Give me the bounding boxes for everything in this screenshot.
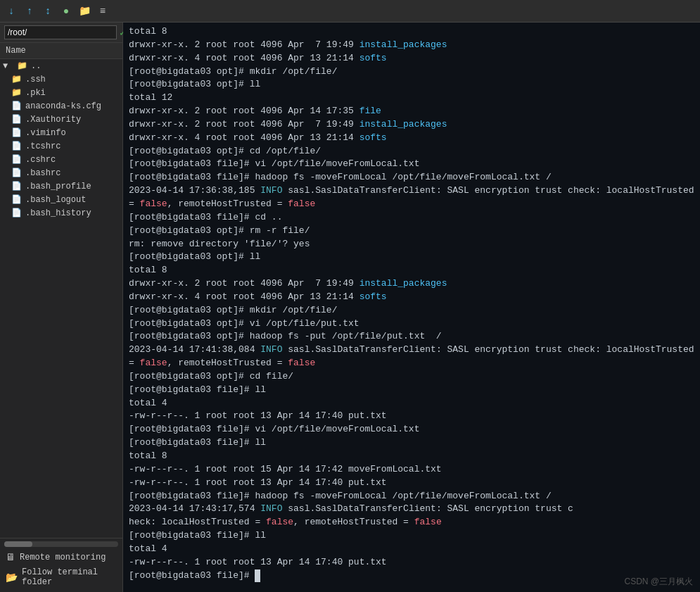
terminal-line: total 4: [129, 397, 694, 410]
terminal-line: drwxr-xr-x. 4 root root 4096 Apr 13 21:1…: [129, 291, 694, 304]
follow-terminal-label: Follow terminal folder: [22, 567, 117, 587]
sidebar-bottom: 🖥 Remote monitoring 📂 Follow terminal fo…: [0, 538, 122, 592]
tree-item-bash-profile[interactable]: 📄 .bash_profile: [0, 180, 122, 193]
main-area: ✓ Name ▼ 📁 .. 📁 .ssh 📁 .pki 📄 anaconda-k…: [0, 23, 700, 592]
terminal-line: [root@bigdata03 opt]# mkdir /opt/file/: [129, 304, 694, 317]
terminal-line: [root@bigdata03 opt]# mkdir /opt/file/: [129, 65, 694, 79]
file-icon: 📄: [11, 208, 23, 218]
terminal-line: drwxr-xr-x. 4 root root 4096 Apr 13 21:1…: [129, 132, 694, 145]
file-browser-sidebar: ✓ Name ▼ 📁 .. 📁 .ssh 📁 .pki 📄 anaconda-k…: [0, 23, 123, 592]
tree-label: .tcshrc: [25, 141, 61, 151]
tree-item-bash-history[interactable]: 📄 .bash_history: [0, 206, 122, 220]
file-icon: 📄: [11, 168, 23, 178]
terminal-line: drwxr-xr-x. 2 root root 4096 Apr 7 19:49…: [129, 277, 694, 291]
terminal-line: [root@bigdata03 file]# ll: [129, 529, 694, 543]
terminal-line: [root@bigdata03 file]# hadoop fs -moveFr…: [129, 490, 694, 503]
toolbar-folder-icon[interactable]: 📁: [77, 4, 91, 18]
follow-terminal-item[interactable]: 📂 Follow terminal folder: [4, 565, 118, 589]
folder-icon: 📁: [11, 87, 23, 98]
toolbar-connect-icon[interactable]: ●: [59, 4, 73, 18]
scrollbar-thumb: [4, 541, 32, 547]
file-icon: 📄: [11, 101, 23, 111]
terminal-line: total 8: [129, 25, 694, 39]
path-input[interactable]: [4, 25, 117, 39]
tree-item-ssh[interactable]: 📁 .ssh: [0, 73, 122, 86]
follow-icon: 📂: [6, 572, 18, 584]
terminal-line: [root@bigdata03 file]# hadoop fs -moveFr…: [129, 171, 694, 184]
folder-icon: 📁: [11, 74, 23, 84]
tree-label: .bash_profile: [25, 182, 91, 191]
terminal-line: 2023-04-14 17:36:38,185 INFO sasl.SaslDa…: [129, 184, 694, 211]
file-tree: ▼ 📁 .. 📁 .ssh 📁 .pki 📄 anaconda-ks.cfg 📄…: [0, 59, 122, 538]
file-icon: 📄: [11, 114, 23, 125]
terminal-line: [root@bigdata03 opt]# rm -r file/: [129, 225, 694, 238]
remote-monitoring-item[interactable]: 🖥 Remote monitoring: [4, 550, 118, 565]
terminal-line: [root@bigdata03 opt]# cd file/: [129, 370, 694, 384]
tree-label: .bashrc: [25, 168, 61, 178]
tree-item-viminfo[interactable]: 📄 .viminfo: [0, 126, 122, 139]
terminal-line: drwxr-xr-x. 2 root root 4096 Apr 7 19:49…: [129, 39, 694, 52]
tree-label: .pki: [25, 88, 46, 98]
tree-label: .cshrc: [25, 155, 56, 165]
terminal-line: [root@bigdata03 file]# vi /opt/file/move…: [129, 158, 694, 171]
terminal[interactable]: total 8 drwxr-xr-x. 2 root root 4096 Apr…: [123, 23, 700, 592]
terminal-line: total 8: [129, 264, 694, 277]
toolbar-upload-icon[interactable]: ↑: [23, 4, 37, 18]
watermark: CSDN @三月枫火: [624, 576, 693, 588]
tree-item-bashrc[interactable]: 📄 .bashrc: [0, 166, 122, 180]
terminal-cursor-line: [root@bigdata03 file]#: [129, 569, 694, 583]
terminal-line: [root@bigdata03 opt]# ll: [129, 251, 694, 264]
terminal-line: total 4: [129, 543, 694, 556]
tree-item-tcshrc[interactable]: 📄 .tcshrc: [0, 139, 122, 153]
tree-label: anaconda-ks.cfg: [25, 101, 101, 111]
terminal-line: rm: remove directory 'file/'? yes: [129, 238, 694, 251]
tree-label: .bash_history: [25, 208, 91, 218]
terminal-line: drwxr-xr-x. 4 root root 4096 Apr 13 21:1…: [129, 52, 694, 65]
tree-item-pki[interactable]: 📁 .pki: [0, 86, 122, 99]
file-icon: 📄: [11, 141, 23, 151]
file-tree-header: Name: [0, 43, 122, 59]
terminal-line: total 8: [129, 450, 694, 463]
toolbar-download-icon[interactable]: ↓: [4, 4, 18, 18]
terminal-line: drwxr-xr-x. 2 root root 4096 Apr 14 17:3…: [129, 105, 694, 118]
terminal-line: 2023-04-14 17:41:38,084 INFO sasl.SaslDa…: [129, 344, 694, 370]
terminal-line: 2023-04-14 17:43:17,574 INFO sasl.SaslDa…: [129, 503, 694, 516]
file-icon: 📄: [11, 127, 23, 138]
terminal-line: [root@bigdata03 file]# vi /opt/file/move…: [129, 423, 694, 436]
terminal-line: -rw-r--r--. 1 root root 13 Apr 14 17:40 …: [129, 477, 694, 490]
tree-item-cshrc[interactable]: 📄 .cshrc: [0, 153, 122, 166]
tree-label: .bash_logout: [25, 195, 86, 205]
terminal-line: -rw-r--r--. 1 root root 13 Apr 14 17:40 …: [129, 556, 694, 569]
tree-label: .viminfo: [25, 128, 66, 138]
terminal-line: total 12: [129, 92, 694, 105]
tree-item-bash-logout[interactable]: 📄 .bash_logout: [0, 193, 122, 206]
terminal-line: [root@bigdata03 file]# cd ..: [129, 211, 694, 225]
tree-label: ..: [31, 61, 41, 71]
tree-item-anaconda[interactable]: 📄 anaconda-ks.cfg: [0, 99, 122, 113]
remote-monitoring-label: Remote monitoring: [20, 553, 106, 562]
monitor-icon: 🖥: [6, 552, 15, 563]
expand-icon: ▼: [3, 61, 14, 71]
terminal-line: -rw-r--r--. 1 root root 15 Apr 14 17:42 …: [129, 463, 694, 477]
folder-icon: 📁: [17, 61, 28, 71]
toolbar: ↓ ↑ ↕ ● 📁 ≡: [0, 0, 700, 23]
tree-label: .ssh: [25, 75, 46, 84]
horizontal-scrollbar[interactable]: [4, 541, 118, 547]
file-icon: 📄: [11, 181, 23, 191]
terminal-line: [root@bigdata03 file]# ll: [129, 436, 694, 450]
terminal-line: [root@bigdata03 opt]# cd /opt/file/: [129, 145, 694, 158]
terminal-line: drwxr-xr-x. 2 root root 4096 Apr 7 19:49…: [129, 118, 694, 132]
file-icon: 📄: [11, 154, 23, 165]
terminal-line: [root@bigdata03 opt]# hadoop fs -put /op…: [129, 330, 694, 344]
terminal-line: [root@bigdata03 file]# ll: [129, 384, 694, 397]
terminal-line: heck: localHostTrusted = false, remoteHo…: [129, 516, 694, 529]
tree-label: .Xauthority: [25, 115, 81, 125]
file-icon: 📄: [11, 194, 23, 205]
terminal-line: -rw-r--r--. 1 root root 13 Apr 14 17:40 …: [129, 410, 694, 423]
terminal-line: [root@bigdata03 opt]# vi /opt/file/put.t…: [129, 317, 694, 331]
tree-item-parent[interactable]: ▼ 📁 ..: [0, 59, 122, 73]
path-bar: ✓: [0, 23, 122, 43]
tree-item-xauthority[interactable]: 📄 .Xauthority: [0, 113, 122, 126]
toolbar-menu-icon[interactable]: ≡: [96, 4, 110, 18]
toolbar-sync-icon[interactable]: ↕: [41, 4, 55, 18]
